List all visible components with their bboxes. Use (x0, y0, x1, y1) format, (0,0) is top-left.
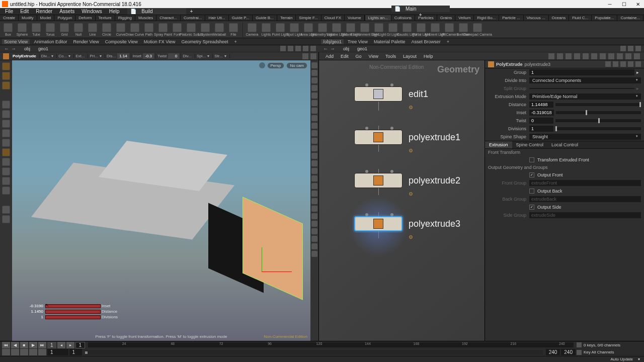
link-icon[interactable] (620, 61, 626, 67)
group-arrow-icon[interactable]: ▸ (634, 70, 641, 75)
add-pane-tab[interactable]: + (232, 39, 239, 44)
audio-button[interactable] (11, 349, 19, 355)
inset-slider[interactable] (556, 111, 641, 114)
shelf-tab[interactable]: Deform (75, 15, 95, 21)
first-frame-button[interactable]: ⏮ (2, 342, 10, 348)
shelf-tab[interactable]: Hair Uti... (205, 15, 228, 21)
shelf-tool[interactable]: Camera (245, 23, 259, 36)
path-back-icon[interactable]: ← (323, 46, 328, 51)
shelf-tool[interactable]: Box (1, 23, 15, 36)
pin-icon[interactable] (280, 46, 286, 51)
scope-track[interactable] (85, 350, 543, 355)
net-menu-go[interactable]: Go (352, 54, 365, 59)
current-frame[interactable]: 1 (47, 342, 56, 348)
scale-tool[interactable] (2, 120, 10, 128)
shelf-tool[interactable]: Platonic Solids (184, 23, 198, 36)
add-desktop-left[interactable]: + (187, 9, 196, 14)
shelf-tab[interactable]: Modify (19, 15, 37, 21)
net-icon[interactable] (548, 53, 554, 59)
pane-tab[interactable]: Animation Editor (32, 39, 69, 44)
path-obj[interactable]: obj (343, 46, 349, 51)
gizmo-y-axis[interactable] (262, 247, 262, 272)
outfront-checkbox[interactable]: ✓ (529, 172, 534, 177)
shelf-tab[interactable]: Particle ... (499, 15, 524, 21)
net-menu-help[interactable]: Help (420, 54, 437, 59)
render-tool[interactable] (2, 206, 10, 214)
net-tab[interactable]: Material Palette (372, 39, 408, 44)
camera-persp[interactable]: Persp (267, 62, 285, 69)
shelf-tab[interactable]: Terrain (277, 15, 296, 21)
path-geo[interactable]: geo1 (357, 46, 367, 51)
parm-tab-extrusion[interactable]: Extrusion (485, 141, 512, 148)
flag-icon[interactable] (613, 61, 618, 67)
range-start[interactable]: 1 (47, 349, 68, 355)
menu-windows[interactable]: Windows (78, 9, 105, 14)
twist-field[interactable]: 0 (529, 118, 553, 124)
shelf-tool[interactable]: Sphere (15, 23, 29, 36)
mode-dropdown[interactable]: Primitive/Edge Normal▾ (529, 94, 641, 100)
divisions-slider[interactable] (555, 127, 641, 130)
range-button[interactable] (29, 349, 37, 355)
shelf-tab[interactable]: Rigging (115, 15, 135, 21)
shelf-tab[interactable]: Simple F... (296, 15, 321, 21)
shelf-tab[interactable]: Constrai... (181, 15, 205, 21)
menu-render[interactable]: Render (33, 9, 55, 14)
outback-checkbox[interactable] (529, 189, 534, 194)
desktop-selector-right[interactable]: 📄 Main (391, 6, 450, 12)
inspect-tool[interactable] (2, 215, 10, 223)
range-handle[interactable] (85, 351, 88, 354)
shelf-tab[interactable]: Guide B... (253, 15, 277, 21)
divisions-field[interactable]: 1 (529, 126, 553, 132)
outside-checkbox[interactable]: ✓ (529, 205, 534, 210)
brush-tool[interactable] (2, 177, 10, 185)
shelf-tab[interactable]: Lights an... (365, 15, 391, 21)
shelf-tool[interactable]: Draw Curve (128, 23, 142, 36)
net-menu-add[interactable]: Add (322, 54, 337, 59)
shelf-tool[interactable]: Line (86, 23, 100, 36)
display-icon[interactable] (302, 53, 308, 59)
shelf-tab[interactable]: Collisions (391, 15, 415, 21)
inset-field[interactable]: -0.319018 (529, 110, 554, 116)
node-polyextrude1[interactable]: polyextrude1 (354, 130, 460, 145)
shelf-tool[interactable]: Tube (29, 23, 43, 36)
net-menu-tools[interactable]: Tools (382, 54, 399, 59)
spine-dropdown[interactable]: Straight▾ (529, 134, 641, 140)
menu-help[interactable]: Help (106, 9, 123, 14)
handle-tool[interactable] (2, 72, 10, 80)
parm-node-name[interactable]: polyextrude3 (525, 62, 551, 67)
parm-tab-spine[interactable]: Spine Control (512, 141, 548, 148)
pane-tab[interactable]: Render View (71, 39, 101, 44)
shelf-tool[interactable]: Spray Paint (156, 23, 170, 36)
net-menu-layout[interactable]: Layout (399, 54, 420, 59)
auto-update[interactable]: Auto Update (611, 357, 633, 361)
shelf-tool[interactable]: Null (71, 23, 86, 36)
shelf-tool[interactable]: Lights (259, 23, 273, 36)
scope-button[interactable] (38, 349, 46, 355)
shelf-tool[interactable]: L-System (198, 23, 212, 36)
gear-icon[interactable] (605, 61, 611, 67)
region-tool[interactable] (2, 158, 10, 166)
path-fwd-icon[interactable]: → (330, 46, 335, 51)
shelf-tab[interactable]: Muscles (135, 15, 156, 21)
path-geo[interactable]: geo1 (38, 46, 48, 51)
distance-slider[interactable] (555, 103, 641, 106)
magnet-tool[interactable] (2, 187, 10, 195)
expand-icon[interactable] (295, 46, 301, 51)
shelf-tool[interactable]: Sky Light (372, 23, 386, 36)
shelf-tab[interactable]: Grains (437, 15, 456, 21)
shelf-tool[interactable]: Circle (100, 23, 114, 36)
lasso-tool[interactable] (2, 167, 10, 175)
divideinto-dropdown[interactable]: Connected Components▾ (529, 77, 641, 83)
twist-slider[interactable] (555, 119, 641, 122)
view-tool[interactable] (2, 148, 10, 156)
path-obj[interactable]: obj (24, 46, 30, 51)
shelf-tool[interactable]: Point Light (273, 23, 287, 36)
shelf-tab[interactable]: Guide P... (229, 15, 253, 21)
network-editor[interactable]: Non-Commercial Edition Geometry edit1 ⚙ … (319, 60, 485, 341)
shelf-tab[interactable]: Fluid C... (569, 15, 592, 21)
split-icon[interactable] (303, 46, 308, 51)
menu-icon[interactable] (310, 46, 316, 51)
viewport-3d[interactable]: Persp No cam -0.3190Inset 1.1450Distance… (12, 60, 310, 341)
group-field[interactable]: 1 (529, 69, 634, 75)
net-tab[interactable]: Tree View (346, 39, 370, 44)
